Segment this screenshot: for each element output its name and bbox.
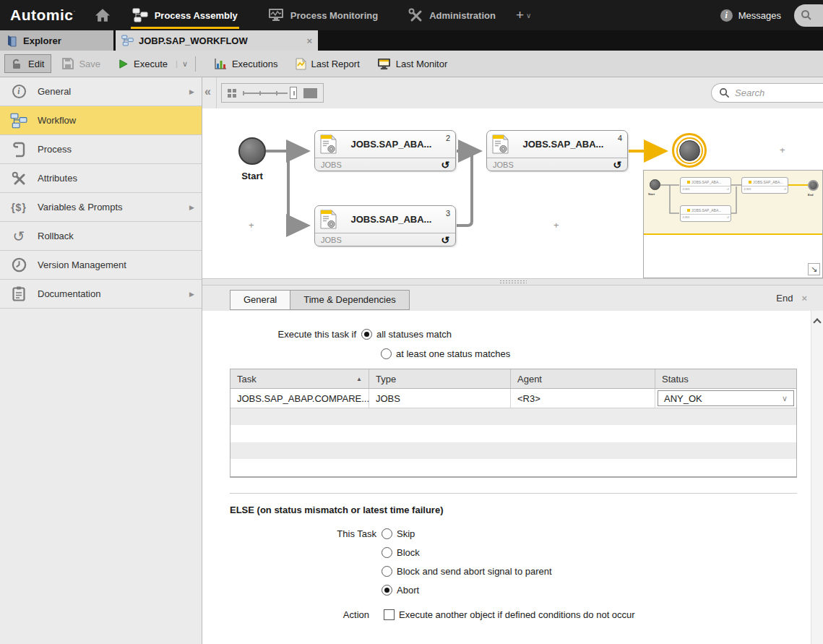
- task-type-label: JOBS: [321, 236, 342, 244]
- search-input[interactable]: [735, 87, 807, 98]
- canvas-toolbar-strip: «: [202, 77, 823, 108]
- restart-icon: ↺: [441, 160, 449, 170]
- zoom-slider-track[interactable]: [243, 93, 288, 94]
- execute-button[interactable]: Execute: [111, 54, 174, 73]
- task-title: JOBS.SAP_ABA...: [341, 214, 441, 225]
- save-button[interactable]: Save: [56, 54, 107, 73]
- minimap-start-label: Start: [648, 192, 655, 196]
- chevron-down-icon: ∨: [526, 12, 531, 20]
- zoom-control[interactable]: [221, 83, 324, 103]
- tab-label: Time & Dependencies: [303, 294, 395, 305]
- minimap-viewport: Start JOBS.SAP_ABA... JOBS↺ JOBS.SAP_ABA…: [644, 171, 822, 235]
- nav-label: Process Monitoring: [290, 10, 378, 21]
- restart-icon: ↺: [613, 160, 621, 170]
- workflow-task-node[interactable]: JOBS.SAP_ABA... 3 JOBS ↺: [314, 205, 456, 246]
- radio-at-least-one-status[interactable]: [381, 348, 392, 359]
- nav-process-assembly[interactable]: Process Assembly: [124, 0, 246, 30]
- play-icon: [118, 59, 129, 69]
- home-icon: [95, 8, 111, 23]
- plus-icon: +: [516, 7, 524, 23]
- radio-block[interactable]: [382, 547, 392, 558]
- tab-general-properties[interactable]: General: [230, 290, 290, 310]
- execute-dropdown-button[interactable]: | ∨: [176, 59, 188, 69]
- workflow-icon: [121, 35, 134, 46]
- else-section-heading: ELSE (on status mismatch or latest time …: [230, 505, 443, 515]
- zoom-tick: [243, 91, 244, 95]
- horizontal-splitter[interactable]: [202, 278, 823, 285]
- empty-table-row: [230, 425, 796, 442]
- radio-skip[interactable]: [382, 528, 392, 539]
- column-header-type[interactable]: Type: [369, 369, 511, 388]
- messages-button[interactable]: Messages: [738, 10, 781, 21]
- zoom-max-icon[interactable]: [303, 88, 317, 98]
- sidebar-item-attributes[interactable]: Attributes: [0, 164, 202, 193]
- minimap-task-node: JOBS.SAP_ABA... JOBS↺: [680, 177, 731, 194]
- start-node[interactable]: [238, 137, 266, 165]
- column-header-status[interactable]: Status: [655, 369, 796, 388]
- radio-block-abort-parent[interactable]: [382, 566, 392, 577]
- end-node-selected[interactable]: [672, 133, 707, 168]
- radio-all-statuses-match[interactable]: [361, 329, 372, 340]
- radio-label: Block and send abort signal to parent: [397, 566, 552, 577]
- panel-scrollbar[interactable]: [811, 311, 823, 644]
- last-report-button[interactable]: Last Report: [289, 54, 366, 73]
- add-node-marker[interactable]: +: [553, 220, 559, 231]
- minimap-panel[interactable]: Start JOBS.SAP_ABA... JOBS↺ JOBS.SAP_ABA…: [643, 170, 823, 278]
- sidebar-item-version-management[interactable]: Version Management: [0, 251, 202, 280]
- collapse-sidebar-button[interactable]: «: [204, 85, 211, 98]
- cell-task: JOBS.SAP_ABAP.COMPARE...: [230, 389, 369, 408]
- selected-task-header: End ×: [776, 293, 807, 304]
- workflow-task-node[interactable]: JOBS.SAP_ABA... 2 JOBS ↺: [314, 130, 456, 171]
- tab-explorer[interactable]: Explorer: [0, 30, 113, 51]
- object-toolbar: Edit Save Execute | ∨: [0, 51, 823, 77]
- bar-chart-icon: [214, 58, 227, 70]
- sidebar-item-label: Variables & Prompts: [38, 202, 180, 212]
- automic-app-window: Automic´ Process Assembly Process Monito…: [0, 0, 823, 644]
- last-monitor-button[interactable]: Last Monitor: [371, 54, 454, 73]
- add-node-marker[interactable]: +: [249, 220, 254, 231]
- sidebar-item-process[interactable]: Process: [0, 135, 202, 164]
- sidebar-item-workflow[interactable]: Workflow: [0, 106, 202, 135]
- info-icon: i: [720, 9, 733, 22]
- global-search-button[interactable]: [794, 4, 823, 27]
- home-button[interactable]: [95, 8, 111, 23]
- close-icon[interactable]: ×: [801, 293, 807, 304]
- workflow-canvas[interactable]: Start JOBS.SAP_ABA... 2 JOBS: [202, 108, 823, 278]
- column-header-agent[interactable]: Agent: [511, 369, 655, 388]
- column-header-task[interactable]: Task ▲: [230, 369, 369, 388]
- checkbox-execute-another-object[interactable]: [384, 609, 395, 620]
- tab-time-dependencies[interactable]: Time & Dependencies: [290, 290, 409, 310]
- sidebar-item-label: Workflow: [38, 115, 194, 126]
- chevron-right-icon: ▶: [189, 204, 194, 211]
- radio-abort[interactable]: [382, 585, 392, 596]
- nav-administration[interactable]: Administration: [400, 0, 504, 30]
- add-node-marker[interactable]: +: [780, 145, 785, 155]
- scroll-up-icon[interactable]: [813, 318, 821, 326]
- canvas-search-box[interactable]: [711, 83, 823, 103]
- empty-table-row: [230, 459, 796, 476]
- sidebar-item-rollback[interactable]: ↺ Rollback: [0, 222, 202, 251]
- add-perspective-button[interactable]: + ∨: [516, 7, 531, 23]
- status-dropdown[interactable]: ANY_OK ∨: [658, 390, 794, 406]
- sidebar-item-general[interactable]: i General ▶: [0, 77, 202, 106]
- close-icon[interactable]: ×: [306, 35, 312, 46]
- executions-button[interactable]: Executions: [207, 54, 285, 73]
- tab-jobp-sap-workflow[interactable]: JOBP.SAP_WORKFLOW ×: [116, 30, 318, 51]
- info-circle-icon: i: [9, 85, 28, 98]
- tab-document-label: JOBP.SAP_WORKFLOW: [139, 35, 301, 46]
- table-row[interactable]: JOBS.SAP_ABAP.COMPARE... JOBS <R3> ANY_O…: [230, 389, 796, 408]
- grid-view-icon[interactable]: [228, 89, 236, 98]
- minimap-connectors: [644, 171, 822, 235]
- workflow-task-node[interactable]: JOBS.SAP_ABA... 4 JOBS ↺: [486, 130, 628, 171]
- search-icon: [719, 87, 730, 98]
- sidebar-item-documentation[interactable]: Documentation ▶: [0, 280, 202, 309]
- dependencies-table: Task ▲ Type Agent Status JOBS.SAP_ABAP.C…: [230, 369, 797, 478]
- selected-task-name: End: [776, 293, 793, 304]
- minimap-start-node: [650, 179, 660, 190]
- sap-job-icon: [320, 210, 337, 229]
- nav-process-monitoring[interactable]: Process Monitoring: [259, 0, 387, 30]
- sidebar-item-variables-prompts[interactable]: {$} Variables & Prompts ▶: [0, 193, 202, 222]
- edit-button[interactable]: Edit: [4, 54, 51, 73]
- task-number: 4: [618, 134, 622, 142]
- minimap-resize-handle[interactable]: ↘: [808, 263, 820, 275]
